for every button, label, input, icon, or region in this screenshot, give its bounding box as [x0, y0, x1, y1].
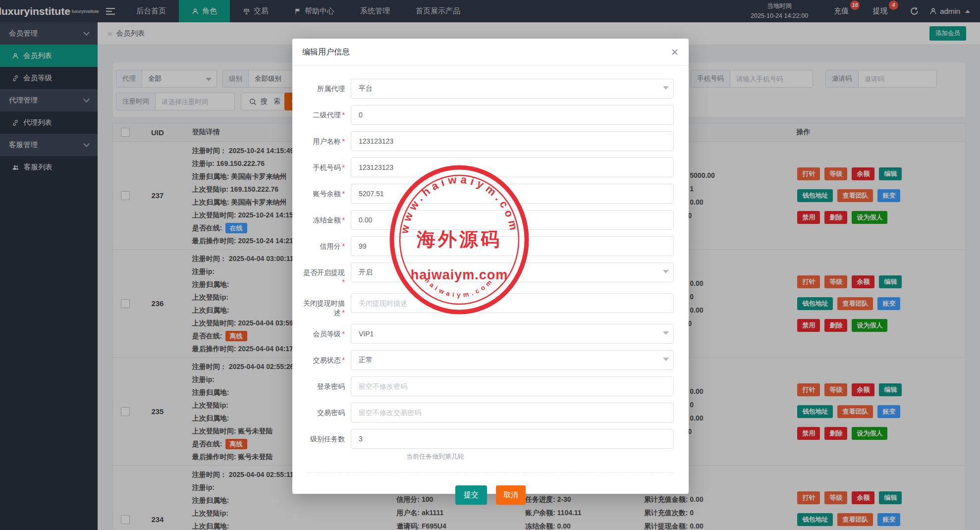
form-item-4: 手机号码*	[301, 158, 689, 177]
form-item-5: 账号余额*	[301, 184, 689, 204]
field-6-input[interactable]	[351, 210, 674, 230]
form-item-9: 关闭提现时描述*	[301, 293, 689, 318]
form-label: 是否开启提现*	[301, 263, 351, 287]
modal-body: 所属代理二级代理*用户名称*手机号码*账号余额*冻结金额*信用分*是否开启提现*…	[292, 66, 689, 461]
form-item-6: 冻结金额*	[301, 210, 689, 230]
required-asterisk: *	[342, 242, 345, 250]
form-label: 交易状态*	[301, 350, 351, 370]
field-12-input[interactable]	[351, 376, 674, 396]
required-asterisk: *	[342, 190, 345, 198]
form-item-8: 是否开启提现*	[301, 263, 689, 287]
field-2-input[interactable]	[351, 105, 674, 125]
form-control	[351, 236, 674, 256]
field-7-input[interactable]	[351, 236, 674, 256]
required-asterisk: *	[342, 111, 345, 119]
modal-header: 编辑用户信息 ✕	[292, 39, 689, 66]
cancel-button[interactable]: 取消	[496, 485, 526, 505]
form-label: 登录密码	[301, 376, 351, 396]
chevron-down-icon	[663, 270, 669, 273]
form-control	[351, 263, 674, 287]
required-asterisk: *	[342, 137, 345, 145]
required-asterisk: *	[342, 356, 345, 364]
form-control	[351, 105, 674, 125]
field-hint: 当前任务做到第几轮	[406, 452, 674, 461]
field-13-input[interactable]	[351, 403, 674, 423]
form-control: 当前任务做到第几轮	[351, 429, 674, 461]
field-1-input[interactable]	[351, 79, 674, 99]
close-icon[interactable]: ✕	[671, 48, 679, 57]
form-item-3: 用户名称*	[301, 131, 689, 151]
form-label: 交易密码	[301, 403, 351, 423]
form-label: 二级代理*	[301, 105, 351, 125]
form-item-14: 级别任务数当前任务做到第几轮	[301, 429, 689, 461]
modal-footer: 提交 取消	[307, 472, 674, 505]
form-item-10: 会员等级*	[301, 324, 689, 344]
form-control	[351, 293, 674, 318]
form-control	[351, 350, 674, 370]
submit-button[interactable]: 提交	[455, 485, 487, 505]
required-asterisk: *	[342, 163, 345, 171]
required-asterisk: *	[342, 216, 345, 224]
form-label: 冻结金额*	[301, 210, 351, 230]
chevron-down-icon	[663, 331, 669, 335]
form-control	[351, 403, 674, 423]
required-asterisk: *	[342, 330, 345, 338]
form-control	[351, 184, 674, 204]
form-item-2: 二级代理*	[301, 105, 689, 125]
field-4-input[interactable]	[351, 158, 674, 177]
form-control	[351, 79, 674, 99]
form-item-1: 所属代理	[301, 79, 689, 99]
field-11-input[interactable]	[351, 350, 674, 370]
form-label: 关闭提现时描述*	[301, 293, 351, 318]
form-label: 信用分*	[301, 236, 351, 256]
form-label: 会员等级*	[301, 324, 351, 344]
field-14-input[interactable]	[351, 429, 674, 449]
edit-user-modal: 编辑用户信息 ✕ 所属代理二级代理*用户名称*手机号码*账号余额*冻结金额*信用…	[292, 39, 689, 494]
form-control	[351, 324, 674, 344]
chevron-down-icon	[663, 86, 669, 90]
field-3-input[interactable]	[351, 131, 674, 151]
field-9-input[interactable]	[351, 293, 674, 313]
field-5-input[interactable]	[351, 184, 674, 204]
form-control	[351, 131, 674, 151]
modal-title: 编辑用户信息	[302, 47, 350, 57]
form-item-7: 信用分*	[301, 236, 689, 256]
form-label: 级别任务数	[301, 429, 351, 461]
form-label: 所属代理	[301, 79, 351, 99]
field-10-input[interactable]	[351, 324, 674, 344]
form-item-11: 交易状态*	[301, 350, 689, 370]
chevron-down-icon	[663, 358, 669, 361]
form-control	[351, 376, 674, 396]
form-label: 用户名称*	[301, 131, 351, 151]
required-asterisk: *	[342, 309, 345, 317]
form-label: 账号余额*	[301, 184, 351, 204]
required-asterisk: *	[342, 278, 345, 286]
form-item-13: 交易密码	[301, 403, 689, 423]
form-item-12: 登录密码	[301, 376, 689, 396]
form-control	[351, 158, 674, 177]
form-label: 手机号码*	[301, 158, 351, 177]
field-8-input[interactable]	[351, 263, 674, 282]
form-control	[351, 210, 674, 230]
